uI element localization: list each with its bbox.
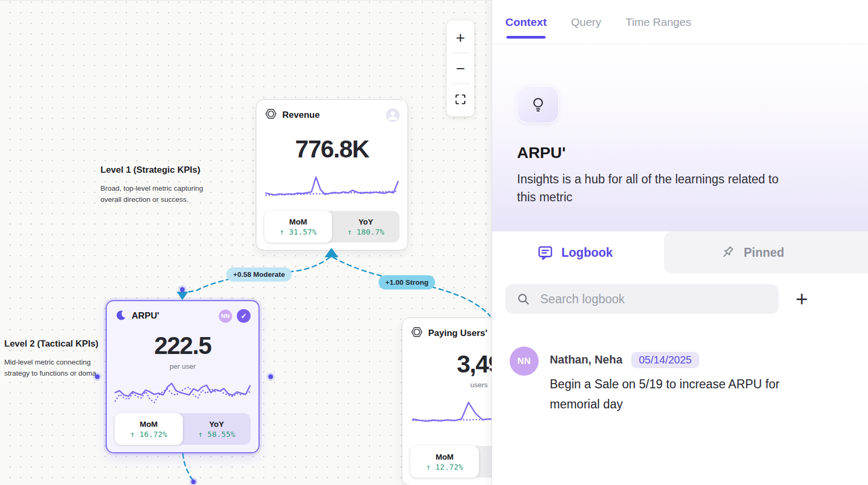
verified-check-icon: ✓ — [237, 309, 251, 323]
mom-value: ↑ 12.72% — [426, 463, 463, 471]
entry-text: Begin a Sale on 5/19 to increase ARPU fo… — [550, 374, 780, 414]
logbook-comment-icon — [537, 245, 553, 261]
metric-card-paying-users[interactable]: Paying Users' 3,49 users MoM ↑ 12.72% — [402, 318, 492, 485]
level-1-title: Level 1 (Strategic KPIs) — [100, 165, 203, 175]
mom-toggle[interactable]: MoM ↑ 12.72% — [410, 446, 479, 478]
hexagon-metric-icon — [265, 108, 277, 122]
tab-query[interactable]: Query — [571, 16, 601, 29]
level-2-annotation: Level 2 (Tactical KPIs) Mid-level metric… — [4, 339, 98, 379]
search-input[interactable] — [540, 292, 768, 306]
logbook-entry[interactable]: NN Nathan, Neha 05/14/2025 Begin a Sale … — [510, 347, 847, 414]
yoy-label: YoY — [209, 419, 224, 428]
yoy-label: YoY — [358, 217, 373, 226]
metric-name-heading: ARPU' — [517, 144, 566, 162]
mom-toggle[interactable]: MoM ↑ 31.57% — [264, 211, 332, 243]
level-2-description: Mid-level metric connecting strategy to … — [4, 357, 98, 379]
hexagon-metric-icon — [411, 326, 423, 340]
panel-tab-bar: Context Query Time Ranges — [492, 0, 868, 44]
metric-tree-canvas[interactable]: +0.58 Moderate +1.00 Strong Level 1 (Str… — [0, 0, 492, 485]
entry-avatar: NN — [510, 347, 539, 376]
insights-button[interactable] — [517, 86, 559, 123]
paying-users-sparkline — [413, 399, 492, 425]
fullscreen-icon — [455, 94, 466, 105]
period-toggle: MoM ↑ 16.72% YoY ↑ 58.55% — [115, 413, 251, 445]
search-box[interactable] — [505, 284, 779, 314]
search-icon — [516, 292, 530, 306]
metric-value: 3,49 — [402, 350, 492, 378]
yoy-toggle[interactable]: YoY ↑ 180.7% — [332, 211, 400, 243]
mom-label: MoM — [140, 419, 158, 428]
pin-icon — [719, 245, 735, 260]
mom-label: MoM — [289, 217, 307, 226]
card-title: Paying Users' — [428, 328, 487, 339]
crescent-moon-icon — [115, 310, 126, 323]
add-log-entry-button[interactable]: + — [796, 288, 808, 310]
period-toggle: MoM ↑ 31.57% YoY ↑ 180.7% — [264, 211, 400, 243]
level-1-annotation: Level 1 (Strategic KPIs) Broad, top-leve… — [100, 165, 203, 205]
metric-value: 222.5 — [107, 331, 258, 360]
logbook-tab-bar: Logbook Pinned — [492, 231, 868, 274]
metric-card-arpu[interactable]: ARPU' NN ✓ 222.5 per user MoM ↑ 16.72% Y… — [106, 300, 260, 453]
metric-hero: ARPU' Insights is a hub for all of the l… — [492, 44, 868, 231]
tab-logbook-label: Logbook — [561, 246, 613, 260]
entry-date-badge: 05/14/2025 — [631, 352, 699, 368]
collaborator-badge[interactable]: NN — [219, 310, 232, 323]
entry-header: Nathan, Neha 05/14/2025 — [550, 352, 780, 368]
lightbulb-icon — [529, 96, 547, 114]
owner-avatar-icon[interactable] — [386, 108, 400, 122]
logbook-toolbar: + — [505, 284, 853, 314]
card-title: Revenue — [282, 110, 320, 120]
revenue-sparkline — [266, 174, 398, 201]
tab-time-ranges[interactable]: Time Ranges — [625, 16, 691, 29]
correlation-label-moderate[interactable]: +0.58 Moderate — [226, 267, 292, 282]
tab-logbook[interactable]: Logbook — [537, 231, 613, 274]
zoom-in-button[interactable]: + — [447, 23, 474, 53]
mom-toggle[interactable]: MoM ↑ 16.72% — [115, 413, 183, 445]
yoy-value: ↑ 58.55% — [198, 430, 235, 439]
mom-value: ↑ 31.57% — [280, 228, 317, 236]
edge-arpu-down — [183, 454, 193, 480]
level-1-description: Broad, top-level metric capturing overal… — [100, 183, 203, 205]
entry-author: Nathan, Neha — [550, 353, 622, 367]
mom-label: MoM — [436, 452, 454, 461]
metric-card-revenue[interactable]: Revenue 776.8K MoM ↑ 31 — [256, 99, 408, 250]
level-2-title: Level 2 (Tactical KPIs) — [4, 339, 98, 349]
zoom-out-button[interactable]: − — [447, 53, 474, 83]
metric-value: 776.8K — [256, 135, 408, 163]
metric-unit: per user — [107, 362, 258, 370]
yoy-toggle[interactable] — [479, 446, 492, 478]
tab-pinned-label: Pinned — [744, 246, 784, 260]
tab-pinned[interactable]: Pinned — [664, 231, 868, 274]
context-panel: Context Query Time Ranges ARPU' Insights… — [492, 0, 868, 485]
tab-context[interactable]: Context — [505, 16, 547, 29]
arrowhead-into-arpu — [177, 292, 188, 300]
yoy-toggle[interactable]: YoY ↑ 58.55% — [183, 413, 251, 445]
period-toggle: MoM ↑ 12.72% — [410, 446, 492, 478]
card-title: ARPU' — [132, 311, 159, 321]
metric-description: Insights is a hub for all of the learnin… — [517, 170, 779, 206]
fit-view-button[interactable] — [447, 84, 474, 114]
metric-unit: users — [402, 381, 492, 389]
app: +0.58 Moderate +1.00 Strong Level 1 (Str… — [0, 0, 868, 485]
canvas-zoom-controls: + − — [447, 21, 474, 116]
correlation-label-strong[interactable]: +1.00 Strong — [378, 275, 435, 290]
yoy-value: ↑ 180.7% — [347, 228, 384, 236]
mom-value: ↑ 16.72% — [130, 430, 167, 439]
arpu-sparkline — [115, 377, 250, 408]
